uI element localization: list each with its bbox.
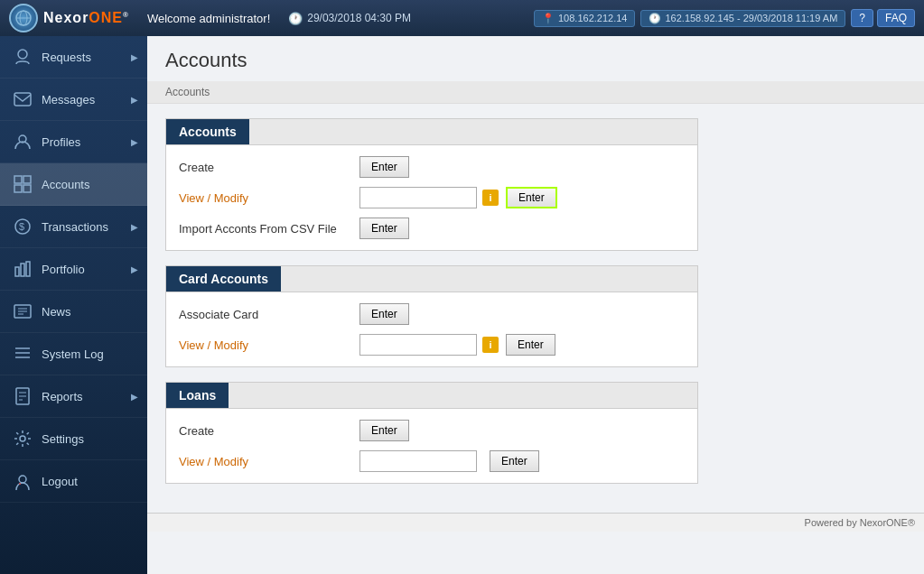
sidebar-label-profiles: Profiles xyxy=(42,135,80,149)
content-area: Accounts Create Enter View / Modify i En… xyxy=(147,104,924,513)
accounts-create-row: Create Enter xyxy=(179,156,685,178)
header-ip: 📍 108.162.212.14 xyxy=(534,10,635,27)
accounts-import-enter-button[interactable]: Enter xyxy=(359,218,409,239)
loans-view-modify-input[interactable] xyxy=(359,450,477,472)
faq-button[interactable]: FAQ xyxy=(877,9,915,27)
profiles-arrow: ▶ xyxy=(131,137,138,147)
accounts-create-enter-button[interactable]: Enter xyxy=(359,156,409,178)
sidebar: Requests ▶ Messages ▶ Profiles ▶ xyxy=(0,36,147,574)
card-view-modify-enter-button[interactable]: Enter xyxy=(506,334,555,356)
sidebar-label-news: News xyxy=(42,305,71,319)
loans-section: Loans Create Enter View / Modify Enter xyxy=(165,382,698,484)
logo: NexorONE® xyxy=(9,4,129,32)
sidebar-label-portfolio: Portfolio xyxy=(42,263,85,276)
loans-section-header-wrap: Loans xyxy=(166,383,697,409)
card-view-modify-label: View / Modify xyxy=(179,338,359,352)
sidebar-item-news[interactable]: News xyxy=(0,291,147,333)
page-title: Accounts xyxy=(165,49,906,72)
sidebar-label-requests: Requests xyxy=(42,51,91,64)
sidebar-item-reports[interactable]: Reports ▶ xyxy=(0,375,147,418)
sidebar-item-logout[interactable]: Logout xyxy=(0,460,147,503)
profiles-icon xyxy=(13,132,33,152)
news-icon xyxy=(13,301,33,321)
associate-card-label: Associate Card xyxy=(179,308,359,321)
sidebar-item-system-log[interactable]: System Log xyxy=(0,333,147,375)
svg-rect-7 xyxy=(23,176,31,183)
associate-card-enter-button[interactable]: Enter xyxy=(359,303,409,325)
sidebar-item-accounts[interactable]: Accounts xyxy=(0,163,147,206)
svg-rect-9 xyxy=(23,185,31,192)
svg-rect-6 xyxy=(14,176,22,183)
card-view-modify-input[interactable] xyxy=(359,334,477,356)
card-view-modify-row: View / Modify i Enter xyxy=(179,334,685,356)
logout-icon xyxy=(13,471,33,491)
accounts-view-modify-input[interactable] xyxy=(359,187,477,208)
loans-view-modify-enter-button[interactable]: Enter xyxy=(490,450,539,472)
associate-card-row: Associate Card Enter xyxy=(179,303,685,325)
loans-create-label: Create xyxy=(179,424,359,438)
sidebar-label-settings: Settings xyxy=(42,432,84,446)
loans-create-row: Create Enter xyxy=(179,420,685,441)
settings-icon xyxy=(13,429,33,449)
sidebar-item-requests[interactable]: Requests ▶ xyxy=(0,36,147,79)
card-accounts-section: Card Accounts Associate Card Enter View … xyxy=(165,265,698,367)
accounts-view-modify-enter-button[interactable]: Enter xyxy=(506,187,557,208)
messages-icon xyxy=(13,89,33,109)
loans-view-modify-label: View / Modify xyxy=(179,455,359,468)
card-accounts-section-header: Card Accounts xyxy=(166,266,281,292)
accounts-section-header: Accounts xyxy=(166,119,249,144)
svg-point-27 xyxy=(19,476,26,483)
sidebar-label-reports: Reports xyxy=(42,390,83,403)
svg-text:$: $ xyxy=(19,221,24,232)
header-datetime: 🕐 29/03/2018 04:30 PM xyxy=(288,12,411,25)
reports-arrow: ▶ xyxy=(131,392,138,402)
accounts-view-modify-info-icon[interactable]: i xyxy=(482,190,499,206)
sidebar-item-settings[interactable]: Settings xyxy=(0,418,147,460)
loans-create-enter-button[interactable]: Enter xyxy=(359,420,409,441)
transactions-icon: $ xyxy=(13,217,33,236)
system-log-icon xyxy=(13,344,33,364)
portfolio-icon xyxy=(13,259,33,279)
reports-icon xyxy=(13,386,33,406)
accounts-view-modify-row: View / Modify i Enter xyxy=(179,187,685,208)
accounts-icon xyxy=(13,174,33,194)
sidebar-item-messages[interactable]: Messages ▶ xyxy=(0,79,147,121)
requests-arrow: ▶ xyxy=(131,52,138,62)
sidebar-label-logout: Logout xyxy=(42,475,78,488)
footer-text: Powered by NexorONE® xyxy=(805,517,915,528)
loans-view-modify-row: View / Modify Enter xyxy=(179,450,685,472)
accounts-view-modify-label: View / Modify xyxy=(179,191,359,205)
page-title-bar: Accounts xyxy=(147,36,924,81)
svg-rect-8 xyxy=(14,185,22,192)
svg-rect-12 xyxy=(15,267,19,276)
svg-point-3 xyxy=(18,50,27,59)
sidebar-item-portfolio[interactable]: Portfolio ▶ xyxy=(0,248,147,291)
sidebar-label-accounts: Accounts xyxy=(42,178,89,191)
logo-text: NexorONE® xyxy=(43,10,129,26)
sidebar-label-messages: Messages xyxy=(42,93,95,106)
footer: Powered by NexorONE® xyxy=(147,513,924,532)
svg-rect-14 xyxy=(26,262,30,276)
portfolio-arrow: ▶ xyxy=(131,264,138,274)
logo-icon xyxy=(9,4,38,32)
loans-section-body: Create Enter View / Modify Enter xyxy=(166,409,697,483)
breadcrumb: Accounts xyxy=(147,81,924,104)
sidebar-label-transactions: Transactions xyxy=(42,220,108,234)
header: NexorONE® Welcome administrator! 🕐 29/03… xyxy=(0,0,924,36)
svg-rect-4 xyxy=(14,93,31,106)
accounts-section-header-wrap: Accounts xyxy=(166,119,697,145)
svg-point-26 xyxy=(20,436,25,441)
main-content: Accounts Accounts Accounts Create Enter xyxy=(147,36,924,574)
card-view-modify-info-icon[interactable]: i xyxy=(482,337,499,353)
accounts-create-label: Create xyxy=(179,161,359,174)
accounts-section-body: Create Enter View / Modify i Enter Impor… xyxy=(166,145,697,250)
header-session: 🕐 162.158.92.145 - 29/03/2018 11:19 AM xyxy=(640,10,845,27)
svg-rect-13 xyxy=(21,264,24,276)
loans-section-header: Loans xyxy=(166,383,229,408)
help-button[interactable]: ? xyxy=(851,9,873,27)
sidebar-item-profiles[interactable]: Profiles ▶ xyxy=(0,121,147,163)
sidebar-item-transactions[interactable]: $ Transactions ▶ xyxy=(0,206,147,248)
requests-icon xyxy=(13,47,33,67)
transactions-arrow: ▶ xyxy=(131,222,138,232)
welcome-text: Welcome administrator! xyxy=(147,12,270,25)
